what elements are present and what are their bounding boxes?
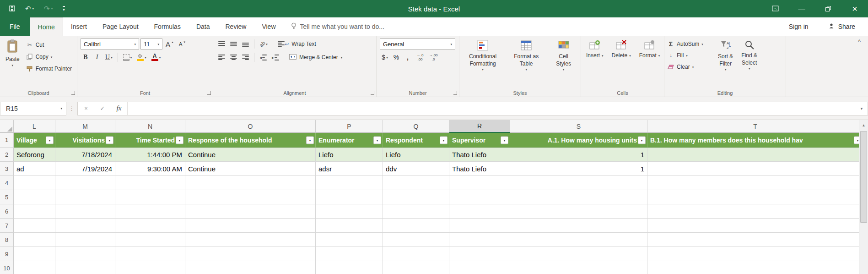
cell-T4[interactable]	[647, 176, 859, 190]
cancel-button[interactable]: ×	[78, 102, 94, 115]
close-button[interactable]: ×	[841, 0, 868, 17]
delete-cells-button[interactable]: Delete▾	[608, 37, 635, 89]
cell-L9[interactable]	[14, 247, 55, 261]
enter-button[interactable]: ✓	[94, 102, 111, 115]
increase-indent-button[interactable]: ▸	[270, 52, 281, 63]
row-header-8[interactable]: 8	[0, 233, 14, 247]
redo-button[interactable]: ↷▾	[41, 2, 55, 16]
cell-L8[interactable]	[14, 233, 55, 247]
cell-N4[interactable]	[115, 176, 185, 190]
cell-M2[interactable]: 7/18/2024	[55, 148, 115, 162]
cell-S1[interactable]: A.1. How many housing units▾	[510, 133, 647, 148]
row-header-6[interactable]: 6	[0, 204, 14, 219]
autosum-button[interactable]: Σ AutoSum ▾	[667, 39, 711, 49]
find-select-button[interactable]: Find & Select ▾	[737, 37, 761, 89]
cell-L1[interactable]: Village▾	[14, 133, 55, 148]
cell-Q2[interactable]: Liefo	[383, 148, 449, 162]
font-size-select[interactable]: 11 ▾	[140, 38, 162, 49]
format-painter-button[interactable]: Format Painter	[24, 64, 74, 74]
cell-N9[interactable]	[115, 247, 185, 261]
cell-N8[interactable]	[115, 233, 185, 247]
format-cells-button[interactable]: Format▾	[635, 37, 664, 89]
cell-R10[interactable]	[449, 261, 510, 274]
collapse-ribbon-button[interactable]: ^	[858, 38, 861, 45]
cell-L3[interactable]: ad	[14, 162, 55, 176]
tab-file[interactable]: File	[0, 17, 30, 36]
restore-button[interactable]	[815, 0, 841, 17]
cell-P4[interactable]	[316, 176, 383, 190]
cell-P10[interactable]	[316, 261, 383, 274]
cell-M6[interactable]	[55, 204, 115, 219]
cell-Q3[interactable]: ddv	[383, 162, 449, 176]
cell-R1[interactable]: Supervisor▾	[449, 133, 510, 148]
row-header-2[interactable]: 2	[0, 148, 14, 162]
cell-Q7[interactable]	[383, 219, 449, 233]
scrollbar-thumb[interactable]	[860, 131, 867, 223]
cell-S3[interactable]: 1	[510, 162, 647, 176]
cell-Q10[interactable]	[383, 261, 449, 274]
cell-R9[interactable]	[449, 247, 510, 261]
cell-L5[interactable]	[14, 190, 55, 204]
cell-T9[interactable]	[647, 247, 859, 261]
italic-button[interactable]: I	[92, 52, 102, 63]
format-as-table-button[interactable]: Format as Table ▾	[510, 37, 543, 89]
cell-O4[interactable]	[185, 176, 316, 190]
column-header-R[interactable]: R	[449, 120, 510, 133]
cell-T10[interactable]	[647, 261, 859, 274]
filter-button-R[interactable]: ▾	[501, 136, 508, 144]
cell-T8[interactable]	[647, 233, 859, 247]
cell-M10[interactable]	[55, 261, 115, 274]
font-dialog-launcher[interactable]	[207, 91, 211, 95]
cell-S7[interactable]	[510, 219, 647, 233]
cell-T5[interactable]	[647, 190, 859, 204]
cell-R5[interactable]	[449, 190, 510, 204]
cell-N10[interactable]	[115, 261, 185, 274]
cell-P3[interactable]: adsr	[316, 162, 383, 176]
minimize-button[interactable]: —	[788, 0, 815, 17]
cell-L4[interactable]	[14, 176, 55, 190]
row-header-5[interactable]: 5	[0, 190, 14, 204]
cell-P1[interactable]: Enumerator▾	[316, 133, 383, 148]
column-header-L[interactable]: L	[14, 120, 55, 133]
cell-T6[interactable]	[647, 204, 859, 219]
cell-R6[interactable]	[449, 204, 510, 219]
middle-align-button[interactable]	[228, 38, 239, 49]
number-format-select[interactable]: General ▾	[380, 38, 455, 49]
customize-quick-access-button[interactable]: ▾	[60, 2, 68, 16]
filter-button-S[interactable]: ▾	[638, 136, 646, 144]
cell-R2[interactable]: Thato Liefo	[449, 148, 510, 162]
accounting-format-button[interactable]: $▾	[380, 52, 390, 63]
merge-center-button[interactable]: Merge & Center ▾	[286, 52, 345, 63]
cell-R4[interactable]	[449, 176, 510, 190]
cell-N2[interactable]: 1:44:00 PM	[115, 148, 185, 162]
cell-N5[interactable]	[115, 190, 185, 204]
filter-button-L[interactable]: ▾	[46, 136, 54, 144]
filter-button-P[interactable]: ▾	[373, 136, 381, 144]
cell-S4[interactable]	[510, 176, 647, 190]
insert-cells-button[interactable]: Insert▾	[582, 37, 608, 89]
cell-S8[interactable]	[510, 233, 647, 247]
cell-O5[interactable]	[185, 190, 316, 204]
filter-button-N[interactable]: ▾	[176, 136, 183, 144]
filter-button-Q[interactable]: ▾	[440, 136, 447, 144]
conditional-formatting-button[interactable]: Conditional Formatting ▾	[465, 37, 501, 89]
cell-Q1[interactable]: Respondent▾	[383, 133, 449, 148]
column-header-Q[interactable]: Q	[383, 120, 449, 133]
tell-me-box[interactable]: Tell me what you want to do...	[291, 17, 384, 36]
cell-P6[interactable]	[316, 204, 383, 219]
cell-S5[interactable]	[510, 190, 647, 204]
cell-Q8[interactable]	[383, 233, 449, 247]
ribbon-display-options-button[interactable]	[762, 0, 788, 17]
undo-button[interactable]: ↶▾	[22, 2, 37, 16]
cell-T3[interactable]	[647, 162, 859, 176]
sort-filter-button[interactable]: AZ Sort & Filter ▾	[714, 37, 737, 89]
name-box-dropdown-icon[interactable]: ▾	[60, 107, 62, 110]
cell-N6[interactable]	[115, 204, 185, 219]
cell-M7[interactable]	[55, 219, 115, 233]
fill-button[interactable]: ↓ Fill ▾	[667, 50, 711, 60]
formula-bar-expand-icon[interactable]: ▾	[856, 106, 868, 111]
row-header-9[interactable]: 9	[0, 247, 14, 261]
cell-R8[interactable]	[449, 233, 510, 247]
fill-color-button[interactable]: ▾	[135, 52, 148, 63]
cell-O2[interactable]: Continue	[185, 148, 316, 162]
